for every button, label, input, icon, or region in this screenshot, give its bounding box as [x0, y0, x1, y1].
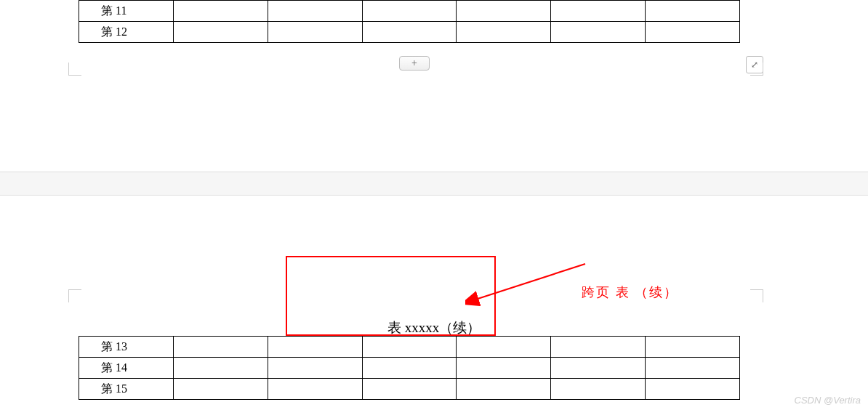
page-2-top: 表 xxxxx（续） 跨页 表 （续） 第 13 第 14 — [0, 196, 868, 410]
watermark: CSDN @Vertira — [795, 395, 861, 406]
row-label[interactable]: 第 11 — [79, 1, 174, 22]
page-corner-bl — [68, 63, 81, 76]
cell[interactable] — [268, 1, 362, 22]
cell[interactable] — [362, 1, 457, 22]
cell[interactable] — [173, 358, 268, 379]
cell[interactable] — [551, 22, 646, 43]
table-row: 第 12 — [79, 22, 740, 43]
cell[interactable] — [173, 22, 268, 43]
row-label[interactable]: 第 15 — [79, 379, 174, 400]
cell[interactable] — [457, 1, 551, 22]
cell[interactable] — [173, 379, 268, 400]
page-1-bottom: 第 11 第 12 + ⤢ — [0, 0, 868, 57]
table-row: 第 14 — [79, 358, 740, 379]
cell[interactable] — [457, 22, 551, 43]
table-page2: 第 13 第 14 第 15 — [79, 336, 740, 400]
table-row: 第 13 — [79, 337, 740, 358]
cell[interactable] — [362, 379, 457, 400]
table-caption-area: 表 xxxxx（续） — [0, 289, 868, 337]
cell[interactable] — [457, 379, 551, 400]
cell[interactable] — [362, 22, 457, 43]
cell[interactable] — [268, 337, 362, 358]
row-label[interactable]: 第 12 — [79, 22, 174, 43]
row-label[interactable]: 第 13 — [79, 337, 174, 358]
cell[interactable] — [646, 358, 740, 379]
cell[interactable] — [551, 337, 646, 358]
cell[interactable] — [646, 379, 740, 400]
row-label[interactable]: 第 14 — [79, 358, 174, 379]
annotation-label: 跨页 表 （续） — [582, 284, 678, 301]
cell[interactable] — [173, 337, 268, 358]
table-page1: 第 11 第 12 — [79, 0, 740, 43]
table-continued-caption[interactable]: 表 xxxxx（续） — [387, 289, 481, 337]
cell[interactable] — [362, 337, 457, 358]
page-corner-br — [750, 63, 763, 76]
page-gap — [0, 172, 868, 196]
table-row: 第 15 — [79, 379, 740, 400]
cell[interactable] — [646, 1, 740, 22]
cell[interactable] — [173, 1, 268, 22]
cell[interactable] — [362, 358, 457, 379]
cell[interactable] — [268, 379, 362, 400]
cell[interactable] — [551, 379, 646, 400]
cell[interactable] — [268, 358, 362, 379]
cell[interactable] — [646, 337, 740, 358]
cell[interactable] — [551, 1, 646, 22]
cell[interactable] — [551, 358, 646, 379]
cell[interactable] — [457, 337, 551, 358]
cell[interactable] — [268, 22, 362, 43]
cell[interactable] — [457, 358, 551, 379]
add-row-button[interactable]: + — [399, 56, 430, 71]
table-row: 第 11 — [79, 1, 740, 22]
cell[interactable] — [646, 22, 740, 43]
